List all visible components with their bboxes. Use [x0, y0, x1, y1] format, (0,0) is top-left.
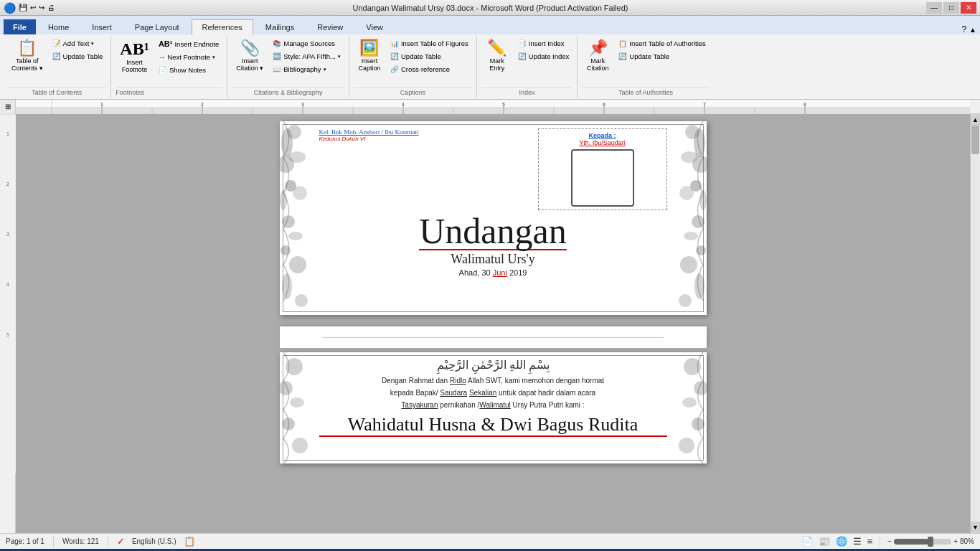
authorities-group-label: Table of Authorities — [582, 87, 710, 96]
next-footnote-button[interactable]: → Next Footnote ▾ — [155, 51, 222, 63]
insert-endnote-button[interactable]: AB¹ Insert Endnote — [155, 37, 222, 50]
view-web[interactable]: 🌐 — [836, 536, 847, 547]
svg-rect-26 — [0, 114, 16, 473]
invitation-date: Ahad, 30 Juni 2019 — [319, 268, 667, 277]
document-page-1: Kel. Bpk Moh. Anshori / Ibu Kusmiati Ked… — [280, 121, 707, 315]
add-text-button[interactable]: 📝 Add Text ▾ — [49, 37, 107, 50]
scroll-up-button[interactable]: ▲ — [971, 114, 980, 126]
spell-check-icon[interactable]: ✓ — [117, 536, 125, 547]
page-2-content: بِسْمِ اللهِ الرَّحْمٰنِ الرَّحِيْمِ Den… — [280, 352, 707, 443]
tab-page-layout[interactable]: Page Layout — [124, 19, 190, 34]
citations-group-label: Citations & Bibliography — [232, 87, 344, 96]
update-table-button[interactable]: 🔄 Update Table — [49, 50, 107, 62]
insert-index-button[interactable]: 📑 Insert Index — [514, 37, 573, 50]
zoom-handle[interactable] — [928, 537, 933, 547]
tab-insert[interactable]: Insert — [81, 19, 123, 34]
ribbon-minimize[interactable]: ▲ — [969, 26, 976, 34]
insert-footnote-label: InsertFootnote — [122, 59, 148, 73]
authorities-small-btns: 📋 Insert Table of Authorities 🔄 Update T… — [615, 37, 710, 62]
cross-reference-label: Cross-reference — [401, 65, 450, 73]
mark-entry-label: MarkEntry — [489, 57, 504, 72]
ribbon-group-footnotes-inner: AB¹ InsertFootnote AB¹ Insert Endnote → … — [116, 37, 222, 85]
update-table-authorities-label: Update Table — [629, 52, 669, 60]
scroll-area[interactable]: Kel. Bpk Moh. Anshori / Ibu Kusmiati Ked… — [16, 114, 970, 533]
endnote-icon: AB¹ — [159, 39, 173, 48]
mark-citation-button[interactable]: 📌 MarkCitation — [582, 37, 613, 75]
zoom-in-button[interactable]: + — [953, 537, 958, 545]
quick-access-undo[interactable]: ↩ — [30, 4, 36, 11]
page-gap — [280, 326, 707, 348]
photo-placeholder — [571, 149, 634, 207]
toc-group-label: Table of Contents — [7, 87, 106, 96]
scroll-down-button[interactable]: ▼ — [971, 522, 980, 533]
close-button[interactable]: ✕ — [961, 2, 976, 14]
tab-view[interactable]: View — [355, 19, 394, 34]
language-status[interactable]: English (U.S.) — [132, 537, 176, 545]
tab-review[interactable]: Review — [306, 19, 354, 34]
ribbon-group-authorities-inner: 📌 MarkCitation 📋 Insert Table of Authori… — [582, 37, 710, 85]
insert-table-authorities-button[interactable]: 📋 Insert Table of Authorities — [615, 37, 710, 50]
ribbon-help[interactable]: ? — [961, 24, 966, 34]
ribbon-group-captions: 🖼️ InsertCaption 📊 Insert Table of Figur… — [349, 36, 477, 98]
svg-point-45 — [295, 294, 308, 307]
mark-entry-button[interactable]: ✏️ MarkEntry — [481, 37, 513, 75]
kepada-value: Yth. Ibu/Saudari — [545, 139, 661, 146]
table-of-contents-button[interactable]: 📋 Table ofContents ▾ — [7, 37, 47, 75]
track-changes-icon[interactable]: 📋 — [184, 536, 195, 547]
zoom-level[interactable]: 80% — [960, 537, 974, 545]
ribbon-content: 📋 Table ofContents ▾ 📝 Add Text ▾ 🔄 Upda… — [0, 34, 980, 99]
quick-access-save[interactable]: 💾 — [19, 4, 27, 11]
sender-name: Kel. Bpk Moh. Anshori / Ibu Kusmiati — [319, 128, 419, 136]
tab-home[interactable]: Home — [37, 19, 80, 34]
maximize-button[interactable]: □ — [943, 2, 959, 14]
tab-mailings[interactable]: Mailings — [255, 19, 305, 34]
add-text-icon: 📝 — [52, 39, 61, 47]
scrollbar-thumb[interactable] — [971, 126, 979, 154]
zoom-slider[interactable] — [894, 539, 951, 545]
update-table-captions-button[interactable]: 🔄 Update Table — [387, 50, 472, 62]
insert-footnote-button[interactable]: AB¹ InsertFootnote — [116, 37, 154, 76]
view-outline[interactable]: ☰ — [853, 536, 862, 547]
svg-text:1: 1 — [100, 102, 103, 107]
view-full[interactable]: 📰 — [819, 536, 830, 547]
cross-reference-button[interactable]: 🔗 Cross-reference — [387, 63, 472, 75]
zoom-out-button[interactable]: − — [887, 537, 892, 545]
zoom-controls[interactable]: − + 80% — [887, 537, 974, 545]
scrollbar-track[interactable] — [971, 126, 980, 522]
update-index-button[interactable]: 🔄 Update Index — [514, 50, 573, 62]
citation-icon: 📎 — [240, 40, 260, 56]
insert-caption-button[interactable]: 🖼️ InsertCaption — [354, 37, 385, 75]
quick-access-print[interactable]: 🖨 — [47, 4, 55, 11]
word-icon: 🔵 — [4, 2, 16, 14]
show-notes-button[interactable]: 📄 Show Notes — [155, 64, 222, 76]
style-button[interactable]: 🔤 Style: APA Fifth... ▾ — [269, 50, 344, 62]
update-table-authorities-button[interactable]: 🔄 Update Table — [615, 50, 710, 62]
page-separator — [23, 321, 963, 326]
style-arrow: ▾ — [338, 54, 341, 60]
minimize-button[interactable]: — — [926, 2, 942, 14]
title-bar-controls: — □ ✕ — [926, 2, 976, 14]
ruler-svg: 1 2 3 4 5 6 7 8 — [16, 100, 970, 114]
style-icon: 🔤 — [273, 52, 281, 60]
word-count: Words: 121 — [62, 537, 99, 545]
ruler-corner[interactable]: ⊞ — [0, 100, 16, 114]
bibliography-button[interactable]: 📖 Bibliography ▾ — [269, 63, 344, 75]
insert-table-authorities-label: Insert Table of Authorities — [629, 39, 706, 47]
quick-access-redo[interactable]: ↪ — [39, 4, 44, 11]
svg-text:1: 1 — [6, 131, 9, 136]
bibliography-label: Bibliography — [283, 65, 321, 73]
tab-file[interactable]: File — [4, 19, 36, 34]
footnotes-group-label: Footnotes — [116, 87, 222, 96]
tab-references[interactable]: References — [192, 19, 253, 35]
page-header: Kel. Bpk Moh. Anshori / Ibu Kusmiati Ked… — [319, 128, 667, 210]
main-area: 1 2 3 4 5 — [0, 114, 980, 533]
view-draft[interactable]: ≡ — [867, 536, 873, 547]
arabic-text: بِسْمِ اللهِ الرَّحْمٰنِ الرَّحِيْمِ — [319, 358, 667, 372]
manage-sources-button[interactable]: 📚 Manage Sources — [269, 37, 344, 50]
vertical-ruler: 1 2 3 4 5 — [0, 114, 16, 533]
insert-citation-button[interactable]: 📎 InsertCitation ▾ — [232, 37, 268, 75]
title-bar: 🔵 💾 ↩ ↪ 🖨 Undangan Walimatul Ursy 03.doc… — [0, 0, 980, 16]
view-print[interactable]: 📄 — [801, 536, 813, 547]
insert-table-figures-button[interactable]: 📊 Insert Table of Figures — [387, 37, 472, 50]
vertical-scrollbar[interactable]: ▲ ▼ — [970, 114, 980, 533]
